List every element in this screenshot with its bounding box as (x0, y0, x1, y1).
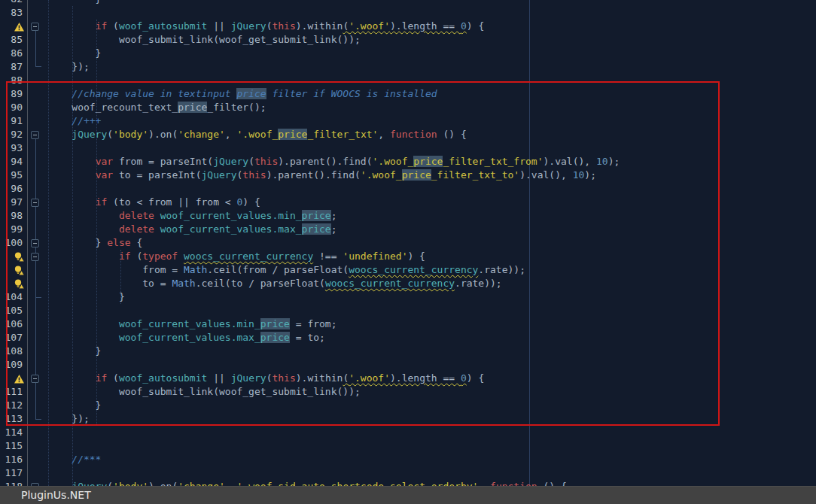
code-line[interactable]: to = Math.ceil(to / parseFloat(woocs_cur… (0, 277, 816, 290)
code-text: } (48, 0, 101, 6)
code-line[interactable]: 109 (0, 358, 816, 372)
occurrence-highlight: price (302, 223, 331, 235)
warning-icon[interactable] (14, 23, 24, 32)
token: to = parseInt( (113, 169, 201, 181)
code-line[interactable]: 117 (0, 466, 816, 480)
gutter-bulb-marker[interactable] (14, 252, 24, 262)
token: if (96, 20, 108, 32)
code-line[interactable]: 100 } else { (0, 236, 816, 250)
token: ( (107, 372, 119, 384)
token: { (131, 237, 143, 248)
code-line[interactable]: if (woof_autosubmit || jQuery(this).with… (0, 372, 816, 385)
token: .rate)); (455, 278, 502, 289)
code-line[interactable]: 99 delete woof_current_values.max_price; (0, 223, 816, 236)
token (48, 250, 119, 262)
code-line[interactable]: 118 jQuery('body').on('change', '.woof_s… (0, 480, 816, 486)
code-line[interactable]: if (typeof woocs_current_currency !== 'u… (0, 250, 816, 263)
code-line[interactable]: 115 (0, 439, 816, 453)
code-text: jQuery('body').on('change', '.woof_price… (48, 128, 467, 141)
line-number: 111 (0, 385, 23, 399)
token: woof_autosubmit (119, 20, 207, 32)
token: woof_recount_text_ (48, 102, 178, 113)
intention-bulb-icon[interactable] (14, 266, 24, 275)
token (48, 210, 119, 221)
fold-collapse-icon[interactable] (31, 131, 39, 139)
code-line[interactable]: from = Math.ceil(from / parseFloat(woocs… (0, 263, 816, 277)
fold-collapse-icon[interactable] (31, 23, 39, 31)
token (48, 169, 96, 181)
code-line[interactable]: 104 } (0, 290, 816, 304)
intention-bulb-icon[interactable] (14, 252, 24, 262)
code-line[interactable]: 97 if (to < from || from < 0) { (0, 196, 816, 209)
code-line[interactable]: 108 } (0, 345, 816, 358)
token (178, 250, 184, 262)
code-line[interactable]: 116 //*** (0, 453, 816, 466)
token: '.woof_sid_auto_shortcode select.orderby… (237, 481, 479, 486)
token: } (48, 399, 101, 411)
gutter-bulb-marker[interactable] (14, 266, 24, 275)
line-number: 86 (0, 47, 23, 60)
token (154, 223, 160, 235)
gutter-warning-marker[interactable] (14, 374, 24, 384)
token: ( (107, 20, 119, 32)
token: ).val(), (519, 169, 572, 181)
fold-collapse-icon[interactable] (31, 199, 39, 207)
code-text: if (woof_autosubmit || jQuery(this).with… (48, 20, 484, 33)
code-line[interactable]: if (woof_autosubmit || jQuery(this).with… (0, 20, 816, 33)
token: //change value in textinput (48, 88, 236, 99)
code-line[interactable]: 105 (0, 304, 816, 317)
line-number: 113 (0, 412, 23, 426)
code-editor[interactable]: 82 }83 if (woof_autosubmit || jQuery(thi… (0, 0, 816, 486)
fold-collapse-icon[interactable] (31, 253, 39, 261)
token: , (478, 481, 490, 486)
code-line[interactable]: 112 } (0, 399, 816, 412)
warning-icon[interactable] (14, 375, 24, 384)
code-line[interactable]: 94 var from = parseInt(jQuery(this).pare… (0, 155, 816, 169)
code-line[interactable]: 92 jQuery('body').on('change', '.woof_pr… (0, 128, 816, 141)
code-text: to = Math.ceil(to / parseFloat(woocs_cur… (48, 277, 502, 290)
token: function (490, 481, 537, 486)
code-line[interactable]: 89 //change value in textinput price fil… (0, 87, 816, 101)
token: else (107, 237, 130, 248)
code-line[interactable]: 88 (0, 74, 816, 87)
code-text: woof_recount_text_price_filter(); (48, 101, 266, 114)
code-line[interactable]: 83 (0, 6, 816, 20)
token: ) { (467, 372, 484, 384)
fold-collapse-icon[interactable] (31, 239, 39, 247)
intention-bulb-icon[interactable] (14, 279, 24, 289)
code-text: woof_current_values.max_price = to; (48, 331, 325, 345)
token: _filter(); (207, 102, 266, 113)
code-line[interactable]: 98 delete woof_current_values.min_price; (0, 209, 816, 223)
fold-collapse-icon[interactable] (31, 375, 39, 383)
code-line[interactable]: 96 (0, 182, 816, 196)
code-line[interactable]: 87 }); (0, 60, 816, 74)
line-number: 89 (0, 87, 23, 101)
token (154, 210, 160, 221)
code-line[interactable]: 95 var to = parseInt(jQuery(this).parent… (0, 169, 816, 182)
code-line[interactable]: 82 } (0, 0, 816, 6)
code-line[interactable]: 106 woof_current_values.min_price = from… (0, 317, 816, 331)
code-line[interactable]: 113 }); (0, 412, 816, 426)
line-number: 88 (0, 74, 23, 87)
code-line[interactable]: 114 (0, 426, 816, 439)
code-line[interactable]: 111 woof_submit_link(woof_get_submit_lin… (0, 385, 816, 399)
token (48, 223, 119, 235)
code-line[interactable]: 90 woof_recount_text_price_filter(); (0, 101, 816, 114)
token: if (96, 372, 108, 384)
code-line[interactable]: 91 //+++ (0, 114, 816, 128)
code-line[interactable]: 86 } (0, 47, 816, 60)
line-number: 85 (0, 33, 23, 47)
code-line[interactable]: 93 (0, 141, 816, 155)
occurrence-highlight: price (402, 169, 431, 181)
token: 10 (596, 156, 608, 167)
gutter-bulb-marker[interactable] (14, 279, 24, 289)
token: if (119, 250, 131, 262)
token: jQuery (213, 156, 248, 167)
token: '.woof_ (361, 169, 402, 181)
token: = to; (290, 332, 325, 343)
code-line[interactable]: 107 woof_current_values.max_price = to; (0, 331, 816, 345)
code-line[interactable]: 85 woof_submit_link(woof_get_submit_link… (0, 33, 816, 47)
gutter-warning-marker[interactable] (14, 22, 24, 32)
token: woof_autosubmit (119, 372, 207, 384)
token: ).length == (390, 20, 461, 32)
